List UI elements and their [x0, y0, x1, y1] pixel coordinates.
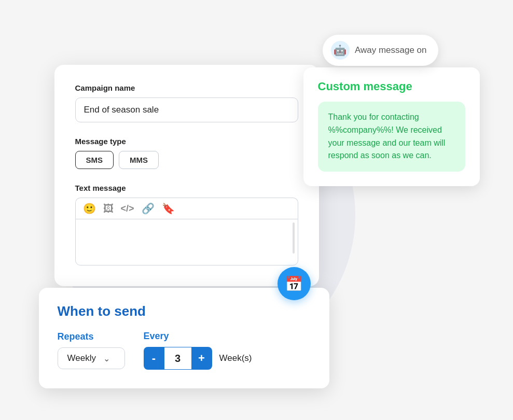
form-card: Campaign name Message type SMS MMS Text … [54, 65, 319, 286]
text-message-editor[interactable] [75, 219, 298, 265]
away-message-bubble: Thank you for contacting %%company%%! We… [318, 102, 465, 172]
message-type-buttons: SMS MMS [75, 151, 298, 169]
campaign-name-label: Campaign name [75, 83, 298, 92]
bookmark-icon[interactable]: 🔖 [162, 203, 175, 214]
away-badge-text: Away message on [355, 45, 427, 55]
editor-scrollbar [293, 222, 295, 254]
stepper-minus-button[interactable]: - [144, 347, 164, 370]
when-to-send-card: When to send Repeats Weekly ⌄ Every - 3 … [39, 288, 329, 388]
chevron-down-icon: ⌄ [103, 354, 110, 363]
repeats-label: Repeats [58, 331, 125, 342]
merge-tag-icon[interactable]: </> [121, 204, 134, 213]
stepper: - 3 + [144, 347, 212, 370]
when-to-send-title: When to send [58, 303, 311, 319]
message-type-label: Message type [75, 137, 298, 146]
away-badge: 🤖 Away message on [323, 35, 438, 66]
away-card: Custom message Thank you for contacting … [303, 67, 480, 186]
repeats-select[interactable]: Weekly ⌄ [58, 347, 125, 369]
text-message-section: Text message 🙂 🖼 </> 🔗 🔖 [75, 184, 298, 265]
stepper-plus-button[interactable]: + [191, 347, 212, 370]
repeats-value: Weekly [67, 353, 96, 363]
message-type-section: Message type SMS MMS [75, 137, 298, 169]
bot-icon: 🤖 [331, 41, 350, 60]
emoji-icon[interactable]: 🙂 [83, 203, 96, 214]
repeats-column: Repeats Weekly ⌄ [58, 331, 125, 369]
editor-toolbar: 🙂 🖼 </> 🔗 🔖 [75, 198, 298, 219]
campaign-name-input[interactable] [75, 97, 298, 122]
text-message-label: Text message [75, 184, 298, 192]
every-label: Every [144, 331, 252, 342]
stepper-value: 3 [164, 347, 191, 370]
calendar-fab[interactable]: 📅 [278, 267, 311, 300]
when-controls-row: Repeats Weekly ⌄ Every - 3 + Week(s) [58, 331, 311, 370]
mms-button[interactable]: MMS [119, 151, 159, 169]
every-column: Every - 3 + Week(s) [144, 331, 252, 370]
custom-message-title: Custom message [318, 80, 465, 93]
scene: 🤖 Away message on Custom message Thank y… [23, 13, 490, 407]
sms-button[interactable]: SMS [75, 151, 114, 169]
week-unit-label: Week(s) [219, 353, 252, 363]
every-stepper-row: - 3 + Week(s) [144, 347, 252, 370]
link-icon[interactable]: 🔗 [142, 203, 155, 214]
image-icon[interactable]: 🖼 [103, 203, 114, 214]
calendar-icon: 📅 [285, 275, 303, 292]
